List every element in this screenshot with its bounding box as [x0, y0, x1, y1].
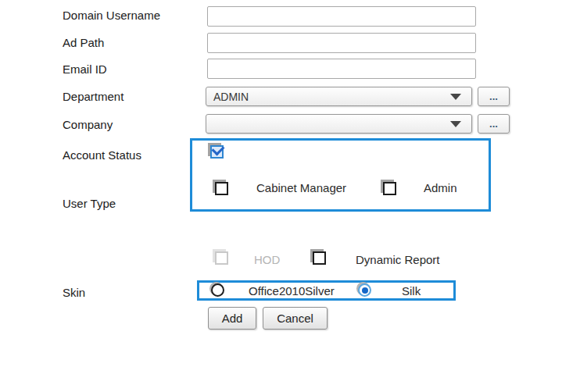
dynamic-report-checkbox[interactable] [313, 251, 326, 265]
account-usertype-highlight-box [190, 138, 491, 212]
skin-label: Skin [63, 286, 85, 299]
company-label: Company [63, 118, 113, 131]
dynamic-report-label[interactable]: Dynamic Report [356, 253, 440, 266]
account-status-checkbox[interactable] [210, 145, 224, 159]
hod-label: HOD [254, 253, 280, 266]
department-browse-button[interactable]: ... [478, 87, 510, 106]
domain-username-input[interactable] [207, 6, 476, 27]
department-selected-value: ADMIN [206, 91, 450, 103]
add-button[interactable]: Add [208, 307, 256, 330]
department-label: Department [63, 90, 124, 103]
domain-username-label: Domain Username [63, 9, 160, 22]
email-id-label: Email ID [63, 62, 107, 76]
chevron-down-icon [450, 94, 461, 100]
company-browse-button[interactable]: ... [478, 114, 510, 134]
cancel-button[interactable]: Cancel [263, 307, 328, 330]
ad-path-label: Ad Path [63, 36, 104, 49]
skin-silk-label[interactable]: Silk [402, 284, 421, 298]
account-status-label: Account Status [63, 148, 141, 162]
hod-checkbox [215, 251, 228, 265]
user-creation-form: Domain Username Ad Path Email ID Departm… [0, 0, 580, 392]
email-id-input[interactable] [207, 59, 476, 79]
skin-silk-radio[interactable] [358, 283, 371, 297]
ad-path-input[interactable] [207, 33, 476, 53]
company-dropdown[interactable] [206, 114, 472, 134]
user-type-label: User Type [63, 197, 116, 210]
user-type-admin-checkbox[interactable] [383, 182, 396, 195]
department-dropdown[interactable]: ADMIN [206, 87, 472, 106]
skin-office2010silver-radio[interactable] [211, 283, 224, 297]
skin-office2010silver-label[interactable]: Office2010Silver [249, 284, 335, 298]
chevron-down-icon [450, 121, 461, 127]
user-type-admin-label[interactable]: Admin [424, 181, 457, 194]
user-type-cabinet-manager-checkbox[interactable] [215, 182, 228, 195]
user-type-cabinet-manager-label[interactable]: Cabinet Manager [256, 181, 346, 194]
